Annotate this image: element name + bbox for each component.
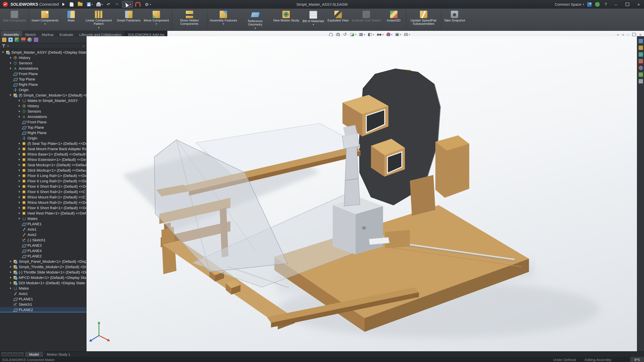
expand-arrow-icon[interactable] xyxy=(9,297,13,301)
minimize-button[interactable]: – xyxy=(612,1,620,8)
panel-splitter-grip[interactable] xyxy=(85,189,86,200)
ribbon-button[interactable] xyxy=(441,10,441,29)
tree-item[interactable]: PLANE2 xyxy=(0,307,86,312)
ribbon-button[interactable]: Linear Component Pattern ▾ xyxy=(82,10,115,30)
tree-item[interactable]: MPCD Module<1> (Default) <Display State-… xyxy=(0,275,86,280)
tree-item[interactable]: History xyxy=(0,55,86,60)
space-selector[interactable]: Common Space▾ xyxy=(555,2,584,6)
home-icon[interactable] xyxy=(638,39,643,43)
filter-funnel-icon[interactable] xyxy=(2,44,6,48)
redo-icon[interactable]: ↷ xyxy=(114,1,121,7)
expand-arrow-icon[interactable] xyxy=(9,93,13,97)
tree-item[interactable]: Mates in Simpit_Master_ASSY xyxy=(0,98,86,103)
bottom-tab[interactable]: Motion Study 1 xyxy=(43,352,74,357)
user-avatar[interactable] xyxy=(595,2,600,7)
tree-item[interactable]: Axis2 xyxy=(0,232,86,237)
tree-item[interactable]: Origin xyxy=(0,87,86,92)
expand-arrow-icon[interactable] xyxy=(9,281,13,285)
tree-item[interactable]: (-) Sketch1 xyxy=(0,237,86,243)
ribbon-button[interactable]: New Motion Study xyxy=(272,10,301,30)
open-icon[interactable] xyxy=(77,1,84,7)
expand-arrow-icon[interactable] xyxy=(18,233,22,237)
tree-item[interactable]: Right Plane xyxy=(0,82,86,87)
ribbon-button[interactable]: Assembly Features ▾ xyxy=(208,10,239,30)
dimxpertmanager-tab-icon[interactable] xyxy=(21,37,26,42)
panel-flyout-icon[interactable]: › xyxy=(83,44,84,48)
expand-arrow-icon[interactable] xyxy=(9,308,13,312)
expand-arrow-icon[interactable] xyxy=(1,50,5,54)
magnet-mate-icon[interactable] xyxy=(134,1,142,7)
tree-item[interactable]: (f) Seat Top Plate<1> (Default) <<Defaul… xyxy=(0,141,86,146)
split-view-icon-4[interactable] xyxy=(19,352,24,356)
ribbon-button[interactable] xyxy=(28,10,29,29)
expand-arrow-icon[interactable] xyxy=(18,168,22,172)
ribbon-button[interactable]: Show Hidden Components xyxy=(173,10,206,30)
tree-item[interactable]: Floor 6 Long Rail<2> (Default) <<Default… xyxy=(0,178,86,184)
ribbon-button[interactable]: Instant3D xyxy=(382,10,405,30)
tree-item[interactable]: Sensors xyxy=(0,109,86,114)
ribbon-button[interactable] xyxy=(172,10,172,29)
expand-arrow-icon[interactable] xyxy=(9,61,13,65)
appearances-icon[interactable] xyxy=(638,66,643,70)
ribbon-button[interactable] xyxy=(207,10,207,29)
expand-arrow-icon[interactable] xyxy=(9,66,13,70)
expand-arrow-icon[interactable] xyxy=(18,217,22,221)
tree-item[interactable]: Origin xyxy=(0,135,86,141)
tree-item[interactable]: Annotations xyxy=(0,114,86,119)
expand-arrow-icon[interactable] xyxy=(18,222,22,226)
ribbon-button[interactable]: Take Snapshot xyxy=(442,10,467,30)
tree-item[interactable]: PLANE1 xyxy=(0,296,86,302)
expand-arrow-icon[interactable] xyxy=(9,302,13,306)
split-view-icon-3[interactable] xyxy=(13,352,18,356)
view-palette-icon[interactable] xyxy=(638,59,643,63)
expand-arrow-icon[interactable] xyxy=(18,200,22,204)
zoom-fit-icon[interactable] xyxy=(329,33,334,36)
tree-item[interactable]: Floor 6 Long Rail<1> (Default) <<Default… xyxy=(0,173,86,178)
expand-arrow-icon[interactable] xyxy=(18,195,22,199)
settings-gear-icon[interactable]: ⚙ ▾ xyxy=(144,1,152,7)
ribbon-button[interactable]: Smart Fasteners xyxy=(115,10,142,30)
ribbon-button[interactable] xyxy=(406,10,406,29)
expand-arrow-icon[interactable] xyxy=(9,276,13,280)
tree-item[interactable]: Floor 6 Short Rail<1> (Default) <<Defaul… xyxy=(0,205,86,211)
expand-arrow-icon[interactable] xyxy=(18,115,22,119)
expand-arrow-icon[interactable] xyxy=(9,82,13,86)
expand-arrow-icon[interactable] xyxy=(9,259,13,264)
tree-item[interactable]: Axis1 xyxy=(0,227,86,232)
expand-arrow-icon[interactable] xyxy=(9,88,13,92)
tree-item[interactable]: Mates xyxy=(0,216,86,221)
ribbon-button[interactable]: Reference Geometry ▾ xyxy=(239,10,272,30)
expand-arrow-icon[interactable] xyxy=(9,72,13,76)
model-canvas[interactable] xyxy=(86,36,637,352)
ribbon-button[interactable]: Explode Line Sketch xyxy=(350,10,382,30)
expand-arrow-icon[interactable] xyxy=(9,265,13,269)
maximize-button[interactable] xyxy=(623,1,631,8)
close-button[interactable]: × xyxy=(634,1,643,8)
expand-arrow-icon[interactable] xyxy=(18,206,22,210)
chevron-down-icon[interactable]: ▾ xyxy=(8,44,9,47)
expand-arrow-icon[interactable] xyxy=(18,190,22,194)
cam-tab-icon[interactable] xyxy=(34,37,38,42)
help-icon[interactable]: ? xyxy=(603,2,608,7)
status-units[interactable]: IPS xyxy=(630,357,644,362)
tree-item[interactable]: Rhino Extension<1> (Default) <<Default>_… xyxy=(0,157,86,162)
tree-item[interactable]: Top Plane xyxy=(0,76,86,82)
expand-arrow-icon[interactable] xyxy=(18,184,22,188)
tree-item[interactable]: Front Plane xyxy=(0,119,86,125)
tree-item[interactable]: Simpit_Panel_Module<1> (Default) <Displa… xyxy=(0,259,86,264)
qat-expand-icon[interactable] xyxy=(62,3,65,6)
expand-arrow-icon[interactable] xyxy=(18,254,22,258)
expand-arrow-icon[interactable] xyxy=(18,174,22,178)
tree-item[interactable]: PLANE3 xyxy=(0,243,86,248)
zoom-area-icon[interactable] xyxy=(336,33,340,36)
expand-arrow-icon[interactable] xyxy=(18,243,22,247)
expand-arrow-icon[interactable] xyxy=(18,120,22,124)
expand-arrow-icon[interactable] xyxy=(18,211,22,215)
tree-item[interactable]: Annotations xyxy=(0,66,86,71)
tree-item[interactable]: (f) Simpit_Center_Module<1> (Default) <D… xyxy=(0,92,86,98)
custom-properties-icon[interactable] xyxy=(638,79,643,83)
file-explorer-icon[interactable] xyxy=(638,52,643,57)
expand-arrow-icon[interactable] xyxy=(9,56,13,60)
split-view-icon-2[interactable] xyxy=(8,352,12,356)
expand-arrow-icon[interactable] xyxy=(18,98,22,103)
